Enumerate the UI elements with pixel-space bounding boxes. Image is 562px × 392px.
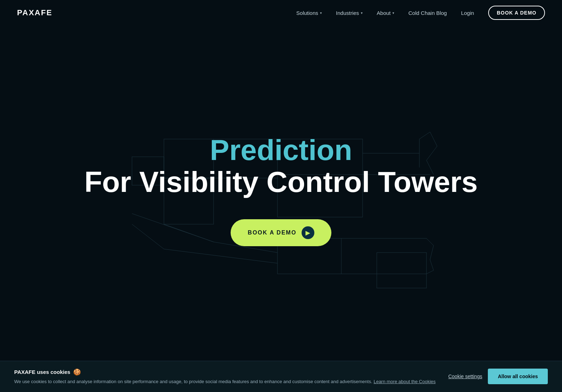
cookie-title: PAXAFE uses cookies 🍪 <box>14 368 441 376</box>
nav-book-demo-button[interactable]: BOOK A DEMO <box>488 6 545 20</box>
hero-line2: For Visibility Control Towers <box>84 166 478 198</box>
hero-line1: Prediction <box>84 134 478 166</box>
cookie-actions: Cookie settings Allow all cookies <box>448 369 548 384</box>
chevron-down-icon: ▾ <box>361 11 363 15</box>
svg-rect-14 <box>377 253 426 288</box>
nav-links: Solutions ▾ Industries ▾ About ▾ Cold Ch… <box>296 6 545 20</box>
cookie-settings-button[interactable]: Cookie settings <box>448 371 482 382</box>
nav-cold-chain-blog[interactable]: Cold Chain Blog <box>408 10 447 16</box>
cookie-description: We use cookies to collect and analyse in… <box>14 378 441 385</box>
chevron-down-icon: ▾ <box>392 11 394 15</box>
nav-industries[interactable]: Industries ▾ <box>336 10 363 16</box>
navbar: PAXAFE Solutions ▾ Industries ▾ About ▾ … <box>0 0 562 26</box>
hero-heading: Prediction For Visibility Control Towers <box>84 134 478 198</box>
nav-solutions[interactable]: Solutions ▾ <box>296 10 322 16</box>
cookie-banner: PAXAFE uses cookies 🍪 We use cookies to … <box>0 361 562 392</box>
nav-about[interactable]: About ▾ <box>377 10 394 16</box>
arrow-right-icon: ▶ <box>302 226 314 239</box>
logo[interactable]: PAXAFE <box>17 8 53 17</box>
chevron-down-icon: ▾ <box>320 11 322 15</box>
cookie-content: PAXAFE uses cookies 🍪 We use cookies to … <box>14 368 441 385</box>
cookie-learn-more-link[interactable]: Learn more about the Cookies <box>374 379 436 384</box>
hero-section: Prediction For Visibility Control Towers… <box>0 0 562 355</box>
nav-login[interactable]: Login <box>461 10 474 16</box>
hero-book-demo-button[interactable]: BOOK A DEMO ▶ <box>231 219 331 246</box>
cookie-allow-button[interactable]: Allow all cookies <box>488 369 548 384</box>
cookie-emoji-icon: 🍪 <box>73 368 81 376</box>
